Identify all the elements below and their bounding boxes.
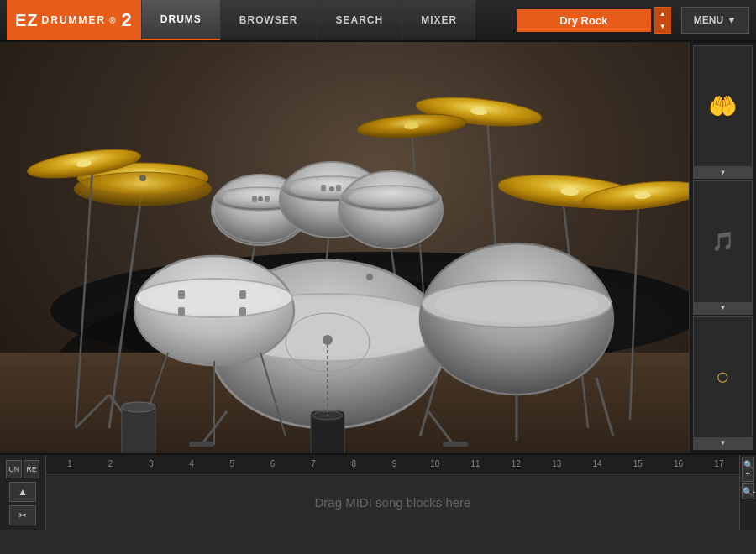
seq-scroll-controls: 🔍+ 🔍- (739, 455, 756, 530)
ruler-7: 7 (293, 459, 333, 468)
ruler-1: 1 (50, 459, 90, 468)
svg-rect-59 (239, 307, 246, 316)
menu-button[interactable]: MENU ▼ (681, 7, 749, 34)
app-logo: EZ DRUMMER ® 2 (7, 0, 141, 40)
right-panel: 🤲 ▼ 🎵 ▼ ○ ▼ (689, 42, 756, 453)
thumb-hands[interactable]: 🤲 ▼ (693, 45, 753, 179)
logo-version: 2 (122, 9, 133, 31)
svg-rect-51 (189, 442, 214, 447)
ruler-6: 6 (252, 459, 292, 468)
tab-mixer[interactable]: MIXER (402, 0, 475, 40)
redo-button[interactable]: RE (24, 460, 39, 478)
ruler-5: 5 (212, 459, 252, 468)
ruler-14: 14 (577, 459, 617, 468)
hands-arrow[interactable]: ▼ (694, 166, 752, 178)
ruler-3: 3 (131, 459, 171, 468)
ruler-8: 8 (333, 459, 374, 468)
ruler-10: 10 (415, 459, 455, 468)
thumb-tambourine[interactable]: ○ ▼ (693, 316, 753, 450)
preset-name[interactable]: Dry Rock (517, 9, 651, 32)
ruler-16: 16 (658, 459, 698, 468)
svg-rect-40 (321, 185, 326, 191)
svg-point-76 (258, 196, 263, 201)
ruler-17: 17 (699, 459, 739, 468)
scissors-tool-button[interactable]: ✂ (9, 505, 36, 525)
select-tool-button[interactable]: ▲ (9, 482, 36, 502)
kit-area: 🤲 ▼ 🎵 ▼ ○ ▼ (0, 42, 756, 453)
tambourine-arrow[interactable]: ▼ (694, 437, 752, 449)
menu-arrow-icon: ▼ (727, 14, 737, 26)
seq-drop-zone[interactable]: Drag MIDI song blocks here (46, 473, 739, 530)
sequencer: UN RE ▲ ✂ 1 2 3 4 5 6 7 8 9 10 11 12 13 … (0, 453, 756, 554)
preset-down-button[interactable]: ▼ (654, 20, 671, 33)
ruler-numbers: 1 2 3 4 5 6 7 8 9 10 11 12 13 14 15 16 1… (46, 455, 739, 473)
sticks-arrow[interactable]: ▼ (694, 302, 752, 314)
header: EZ DRUMMER ® 2 DRUMS BROWSER SEARCH MIXE… (0, 0, 756, 42)
ruler-15: 15 (617, 459, 658, 468)
ruler-2: 2 (90, 459, 130, 468)
tambourine-icon: ○ (694, 317, 752, 437)
svg-rect-36 (265, 196, 270, 202)
zoom-out-button[interactable]: 🔍- (742, 483, 754, 499)
undo-button[interactable]: UN (6, 460, 22, 478)
svg-rect-58 (178, 307, 185, 316)
sticks-icon: 🎵 (694, 181, 752, 301)
hands-icon: 🤲 (694, 46, 752, 166)
seq-top: UN RE ▲ ✂ 1 2 3 4 5 6 7 8 9 10 11 12 13 … (0, 455, 756, 530)
svg-point-70 (122, 402, 155, 412)
zoom-in-button[interactable]: 🔍+ (742, 457, 754, 482)
logo-ez: EZ (15, 11, 39, 30)
tab-search[interactable]: SEARCH (317, 0, 402, 40)
nav-tabs: DRUMS BROWSER SEARCH MIXER (141, 0, 475, 40)
svg-rect-41 (336, 185, 341, 191)
svg-rect-52 (443, 442, 468, 447)
tab-browser[interactable]: BROWSER (220, 0, 317, 40)
svg-rect-56 (178, 290, 185, 299)
svg-rect-57 (239, 290, 246, 299)
svg-point-44 (349, 188, 433, 208)
preset-up-button[interactable]: ▲ (654, 8, 671, 20)
menu-label: MENU (694, 14, 723, 26)
svg-rect-35 (252, 196, 257, 202)
svg-point-78 (366, 274, 373, 280)
ruler-11: 11 (455, 459, 496, 468)
drum-kit-svg (0, 42, 689, 453)
ruler-9: 9 (374, 459, 414, 468)
svg-point-75 (139, 175, 146, 181)
thumb-sticks[interactable]: 🎵 ▼ (693, 180, 753, 314)
seq-ruler: 1 2 3 4 5 6 7 8 9 10 11 12 13 14 15 16 1… (46, 455, 739, 530)
svg-point-55 (147, 282, 281, 314)
undo-redo-row: UN RE (6, 460, 39, 478)
svg-point-74 (323, 335, 333, 345)
preset-area: Dry Rock ▲ ▼ MENU ▼ (517, 7, 749, 34)
preset-arrows: ▲ ▼ (654, 7, 671, 34)
seq-drag-hint: Drag MIDI song blocks here (315, 495, 471, 510)
seq-left-tools: UN RE ▲ ✂ (0, 455, 46, 530)
tab-drums[interactable]: DRUMS (141, 0, 220, 40)
ruler-4: 4 (171, 459, 212, 468)
ruler-12: 12 (496, 459, 536, 468)
svg-point-65 (434, 285, 599, 322)
ruler-13: 13 (537, 459, 577, 468)
svg-point-77 (329, 186, 334, 191)
logo-drummer: DRUMMER (42, 14, 107, 26)
